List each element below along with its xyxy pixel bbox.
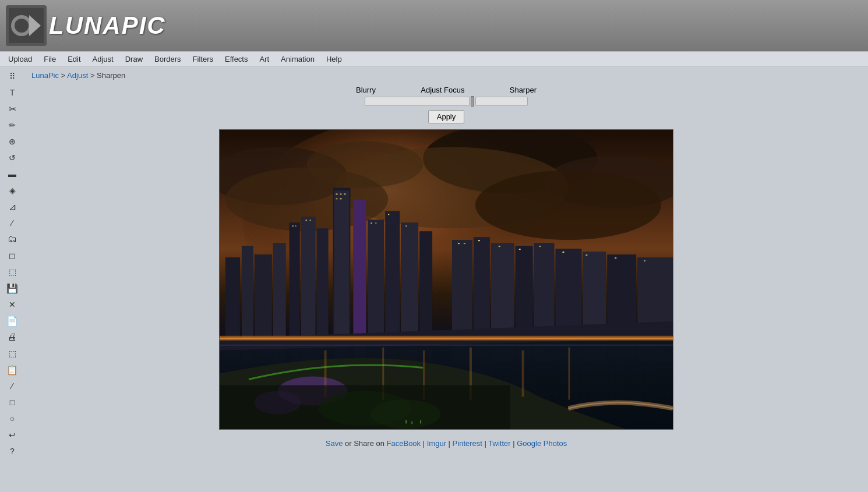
svg-rect-51 — [464, 243, 465, 244]
slider-labels-row: Blurry Adjust Focus Sharper — [356, 86, 537, 94]
menu-help[interactable]: Help — [320, 54, 348, 65]
footer-links: Save or Share on FaceBook | Imgur | Pint… — [31, 439, 861, 448]
menu-effects[interactable]: Effects — [219, 54, 254, 65]
svg-rect-68 — [220, 345, 673, 346]
svg-rect-55 — [539, 246, 541, 247]
menu-file[interactable]: File — [38, 54, 62, 65]
stamp-tool[interactable]: ⬚ — [3, 264, 21, 279]
svg-rect-53 — [499, 246, 500, 247]
crop-tool[interactable]: ✂ — [3, 101, 21, 116]
image-container — [31, 129, 861, 430]
svg-rect-46 — [371, 222, 372, 224]
menu-adjust[interactable]: Adjust — [87, 54, 119, 65]
main-layout: ⠿ T ✂ ✏ ⊕ ↺ ▬ ◈ ⊿ ∕ 🗂 ◻ ⬚ 💾 ✕ 📄 🖨 ⬚ 📋 ∕ … — [0, 66, 868, 491]
breadcrumb-sep2: > — [90, 71, 97, 80]
facebook-link[interactable]: FaceBook — [387, 439, 421, 448]
save-link[interactable]: Save — [326, 439, 343, 448]
content-area: LunaPic > Adjust > Sharpen Blurry Adjust… — [24, 66, 868, 491]
pinterest-link[interactable]: Pinterest — [453, 439, 482, 448]
line-tool[interactable]: ∕ — [3, 378, 21, 394]
google-photos-link[interactable]: Google Photos — [517, 439, 567, 448]
svg-rect-41 — [340, 198, 341, 199]
close-tool[interactable]: ✕ — [3, 297, 21, 312]
svg-rect-73 — [522, 351, 524, 397]
svg-rect-48 — [388, 214, 389, 215]
sharpen-tool[interactable]: ∕ — [3, 215, 21, 231]
svg-rect-57 — [585, 254, 587, 256]
svg-rect-43 — [295, 225, 297, 226]
menu-borders[interactable]: Borders — [149, 54, 187, 65]
paste-tool[interactable]: 📋 — [3, 362, 21, 377]
erase-tool[interactable]: ◻ — [3, 248, 21, 263]
breadcrumb-adjust[interactable]: Adjust — [67, 71, 88, 80]
svg-rect-45 — [310, 220, 311, 221]
svg-rect-49 — [405, 225, 407, 226]
sharpen-slider[interactable] — [475, 97, 528, 106]
menu-edit[interactable]: Edit — [62, 54, 86, 65]
svg-rect-58 — [615, 257, 616, 259]
menu-animation[interactable]: Animation — [275, 54, 320, 65]
paint-tool[interactable]: ✏ — [3, 118, 21, 133]
or-share-text: or Share on — [345, 439, 387, 448]
logo-area: LUNAPIC — [6, 5, 166, 46]
svg-rect-38 — [340, 193, 341, 194]
menu-art[interactable]: Art — [253, 54, 275, 65]
svg-rect-74 — [568, 348, 570, 400]
svg-rect-42 — [292, 225, 294, 226]
eyedropper-tool[interactable]: ⊿ — [3, 199, 21, 214]
print-tool[interactable]: 🖨 — [3, 330, 21, 345]
folder-tool[interactable]: 🗂 — [3, 232, 21, 247]
save-tool[interactable]: 💾 — [3, 281, 21, 296]
breadcrumb: LunaPic > Adjust > Sharpen — [31, 71, 861, 80]
zoom-tool[interactable]: ⊕ — [3, 134, 21, 149]
svg-point-12 — [475, 170, 661, 240]
rect-tool[interactable]: □ — [3, 395, 21, 410]
blur-slider[interactable] — [365, 97, 470, 106]
circle-tool[interactable]: ○ — [3, 411, 21, 426]
svg-rect-76 — [405, 420, 407, 423]
new-tool[interactable]: 📄 — [3, 313, 21, 328]
breadcrumb-sep1: > — [61, 71, 68, 80]
header: LUNAPIC — [0, 0, 868, 51]
rotate-tool[interactable]: ↺ — [3, 150, 21, 165]
adjust-focus-label: Adjust Focus — [421, 86, 464, 94]
menu-draw[interactable]: Draw — [119, 54, 149, 65]
sliders-row — [365, 96, 528, 107]
undo-tool[interactable]: ↩ — [3, 427, 21, 443]
imgur-link[interactable]: Imgur — [427, 439, 446, 448]
move-tool[interactable]: ⠿ — [3, 69, 21, 84]
logo-icon — [6, 5, 47, 46]
slider-separator — [471, 96, 474, 107]
svg-rect-44 — [306, 220, 307, 221]
help-tool[interactable]: ? — [3, 444, 21, 459]
svg-rect-47 — [375, 222, 376, 224]
svg-point-2 — [15, 19, 29, 33]
breadcrumb-lunapic[interactable]: LunaPic — [31, 71, 59, 80]
city-image — [219, 129, 673, 430]
apply-button[interactable]: Apply — [428, 110, 465, 123]
twitter-link[interactable]: Twitter — [488, 439, 510, 448]
svg-rect-59 — [644, 260, 645, 261]
svg-rect-54 — [519, 249, 521, 250]
svg-rect-21 — [334, 190, 349, 359]
svg-rect-56 — [562, 252, 564, 253]
menu-upload[interactable]: Upload — [2, 54, 38, 65]
fill-tool[interactable]: ▬ — [3, 167, 21, 182]
svg-rect-37 — [336, 193, 337, 194]
text-tool[interactable]: T — [3, 85, 21, 100]
svg-rect-52 — [478, 240, 480, 241]
sep2: | — [449, 439, 453, 448]
svg-rect-77 — [411, 421, 412, 424]
svg-rect-63 — [220, 338, 673, 339]
logo-text: LUNAPIC — [47, 12, 166, 40]
copy-tool[interactable]: ⬚ — [3, 346, 21, 361]
sharpen-controls: Blurry Adjust Focus Sharper Apply — [31, 86, 861, 123]
bucket-tool[interactable]: ◈ — [3, 183, 21, 198]
left-toolbar: ⠿ T ✂ ✏ ⊕ ↺ ▬ ◈ ⊿ ∕ 🗂 ◻ ⬚ 💾 ✕ 📄 🖨 ⬚ 📋 ∕ … — [0, 66, 24, 491]
svg-rect-50 — [458, 243, 460, 244]
sharper-label: Sharper — [510, 86, 537, 94]
menu-filters[interactable]: Filters — [187, 54, 219, 65]
breadcrumb-current: Sharpen — [97, 71, 125, 80]
blurry-label: Blurry — [356, 86, 376, 94]
svg-rect-40 — [336, 198, 337, 199]
